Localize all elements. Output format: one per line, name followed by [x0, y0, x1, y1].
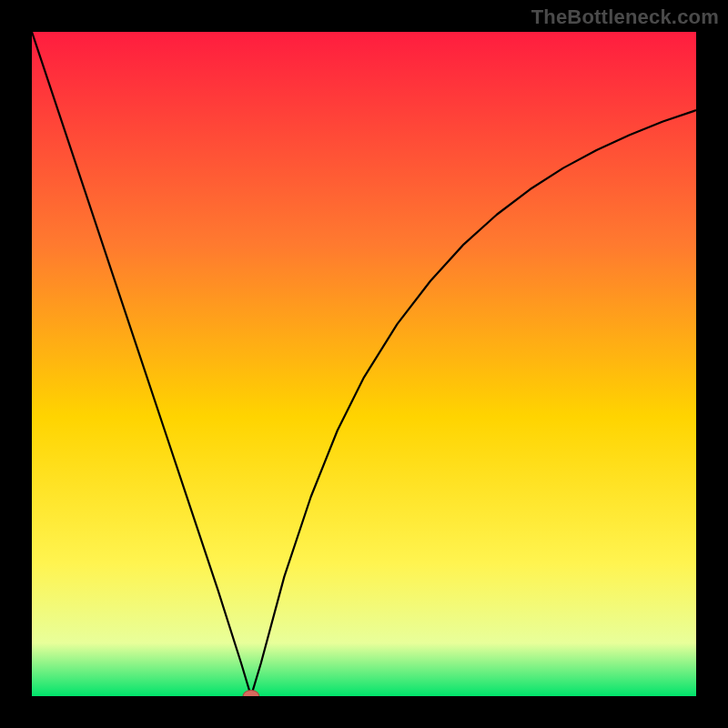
gradient-background [32, 32, 696, 696]
watermark-text: TheBottleneck.com [531, 5, 719, 29]
outer-frame: TheBottleneck.com [0, 0, 728, 728]
bottleneck-chart [32, 32, 696, 696]
